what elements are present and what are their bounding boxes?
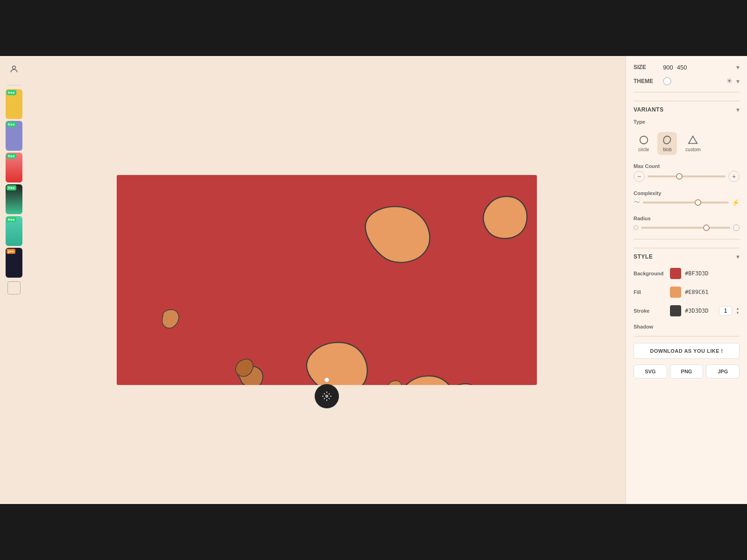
svg-point-0: [13, 66, 16, 69]
type-custom-label: custom: [685, 147, 700, 152]
max-count-slider[interactable]: [648, 175, 726, 177]
type-options-row: circle blob custom: [634, 132, 740, 155]
stroke-up-arrow[interactable]: ▲: [736, 307, 740, 311]
svg-point-3: [640, 136, 648, 144]
radius-control: [634, 223, 740, 232]
stroke-down-arrow[interactable]: ▼: [736, 311, 740, 315]
canvas-wrapper: [117, 175, 537, 385]
size-chevron[interactable]: ▾: [736, 63, 740, 71]
panel-divider-3: [634, 336, 740, 336]
type-circle-button[interactable]: circle: [634, 132, 654, 155]
png-format-button[interactable]: PNG: [670, 364, 704, 378]
complexity-bars-icon: ⚡: [732, 199, 740, 206]
max-count-section: Max Count − +: [634, 163, 740, 182]
sidebar-divider: [7, 85, 21, 85]
free-badge: free: [7, 217, 16, 222]
svg-marker-4: [689, 136, 697, 144]
free-badge: free: [7, 90, 16, 95]
max-count-label: Max Count: [634, 163, 740, 169]
svg-point-2: [326, 395, 328, 397]
radius-large-icon: [733, 224, 740, 231]
size-row: SIZE 900 450 ▾: [634, 63, 740, 71]
fill-label: Fill: [634, 289, 666, 295]
canvas-bottom-control: [315, 378, 339, 408]
background-color-swatch[interactable]: [670, 268, 681, 279]
stroke-row: Stroke #3D3D3D ▲ ▼: [634, 305, 740, 316]
radius-slider-container: [641, 223, 730, 232]
radius-section: Radius: [634, 216, 740, 232]
stroke-label: Stroke: [634, 308, 666, 314]
variants-chevron[interactable]: ▾: [736, 106, 740, 113]
background-label: Background: [634, 271, 666, 276]
style-chevron[interactable]: ▾: [736, 253, 740, 260]
swatch-pink[interactable]: free: [6, 153, 22, 182]
theme-circle[interactable]: [663, 77, 671, 85]
free-badge: free: [7, 185, 16, 190]
svg-format-button[interactable]: SVG: [634, 364, 667, 378]
stroke-color-swatch[interactable]: [670, 305, 681, 316]
stroke-hex: #3D3D3D: [685, 308, 709, 314]
max-count-slider-container: [648, 172, 726, 181]
style-title: STYLE: [634, 253, 653, 260]
right-panel: SIZE 900 450 ▾ THEME ☀ ▾ VARIANTS ▾ Type: [626, 56, 747, 504]
complexity-label: Complexity: [634, 190, 740, 196]
type-custom-button[interactable]: custom: [681, 132, 705, 155]
jpg-format-button[interactable]: JPG: [706, 364, 740, 378]
background-hex: #BF3D3D: [685, 270, 709, 277]
style-header: STYLE ▾: [634, 248, 740, 260]
pro-badge: pro: [7, 249, 15, 254]
swatch-dark[interactable]: free: [6, 184, 22, 214]
canvas-area: [28, 56, 626, 504]
size-width: 900: [663, 64, 673, 71]
fill-row: Fill #E89C61: [634, 287, 740, 298]
shadow-row: Shadow: [634, 324, 740, 329]
size-height: 450: [677, 64, 687, 71]
complexity-control: 〜 ⚡: [634, 198, 740, 207]
free-badge: free: [7, 122, 16, 127]
complexity-slider[interactable]: [643, 202, 729, 203]
radius-label: Radius: [634, 216, 740, 221]
theme-chevron[interactable]: ▾: [736, 77, 740, 85]
format-row: SVG PNG JPG: [634, 364, 740, 378]
count-minus-button[interactable]: −: [634, 171, 645, 182]
fill-hex: #E89C61: [685, 289, 709, 295]
radius-small-icon: [634, 225, 638, 230]
max-count-control: − +: [634, 171, 740, 182]
theme-row: THEME ☀ ▾: [634, 77, 740, 85]
canvas-dot: [324, 378, 329, 382]
count-plus-button[interactable]: +: [728, 171, 740, 182]
type-blob-label: blob: [663, 147, 672, 152]
radius-slider[interactable]: [641, 227, 730, 229]
complexity-wave-icon: 〜: [634, 198, 640, 207]
main-canvas: [117, 175, 537, 385]
fill-color-swatch[interactable]: [670, 287, 681, 298]
background-row: Background #BF3D3D: [634, 268, 740, 279]
complexity-slider-container: [643, 198, 729, 207]
type-blob-button[interactable]: blob: [657, 132, 677, 155]
swatch-pro[interactable]: pro: [6, 248, 22, 278]
type-circle-label: circle: [638, 147, 649, 152]
left-sidebar: free free free free free pro: [0, 56, 28, 504]
panel-divider-1: [634, 92, 740, 92]
square-tool-button[interactable]: [7, 281, 21, 294]
blobs-svg: [117, 175, 537, 385]
swatch-yellow[interactable]: free: [6, 89, 22, 119]
type-label: Type: [634, 119, 740, 125]
size-label: SIZE: [634, 64, 659, 70]
complexity-section: Complexity 〜 ⚡: [634, 190, 740, 207]
download-button[interactable]: DOWNLOAD AS YOU LIKE !: [634, 343, 740, 359]
stroke-value-input[interactable]: [719, 306, 732, 315]
canvas-action-button[interactable]: [315, 384, 339, 408]
panel-divider-2: [634, 239, 740, 239]
variants-header: VARIANTS ▾: [634, 101, 740, 113]
swatch-teal[interactable]: free: [6, 216, 22, 246]
user-icon-button[interactable]: [6, 61, 22, 77]
theme-label: THEME: [634, 78, 659, 84]
variants-title: VARIANTS: [634, 106, 663, 113]
theme-sun-icon[interactable]: ☀: [726, 77, 733, 85]
stroke-arrows: ▲ ▼: [736, 307, 740, 315]
swatch-purple[interactable]: free: [6, 121, 22, 151]
free-badge: free: [7, 154, 16, 159]
shadow-label: Shadow: [634, 324, 666, 329]
